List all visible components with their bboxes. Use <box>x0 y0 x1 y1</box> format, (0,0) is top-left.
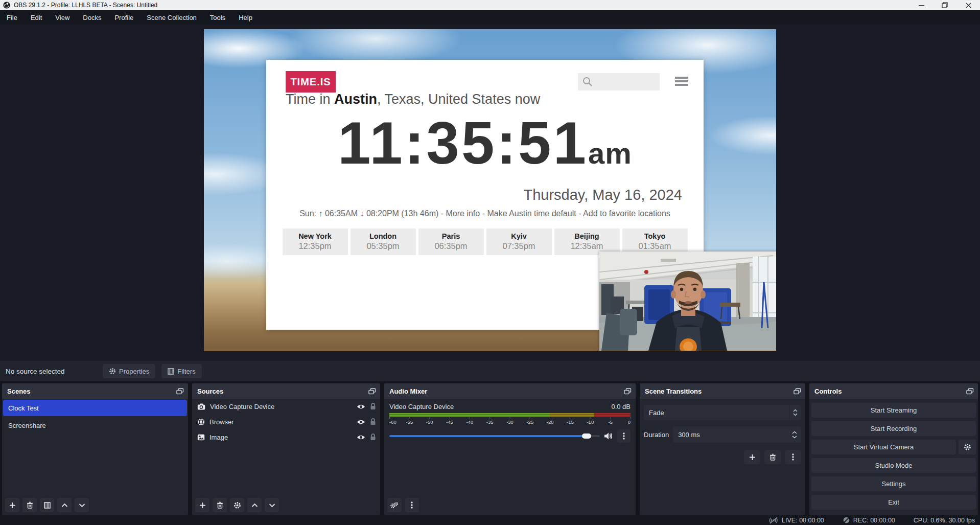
start-streaming-button[interactable]: Start Streaming <box>811 403 976 418</box>
move-source-up-button[interactable] <box>247 498 262 512</box>
remove-transition-button[interactable] <box>764 450 781 464</box>
popout-icon[interactable] <box>176 388 184 395</box>
search-icon <box>582 76 593 87</box>
scenes-toolbar <box>2 495 188 515</box>
make-default-link: Make Austin time default <box>487 209 576 218</box>
filters-button[interactable]: Filters <box>161 364 201 378</box>
timeis-logo: TIME.IS <box>286 71 336 93</box>
exit-button[interactable]: Exit <box>811 495 976 510</box>
minimize-icon <box>919 3 924 8</box>
status-bar: LIVE: 00:00:00 REC: 00:00:00 CPU: 0.6%, … <box>0 515 980 525</box>
timeis-search-box <box>578 73 660 90</box>
chevron-up-icon <box>793 409 798 412</box>
visibility-eye-icon[interactable] <box>357 419 365 425</box>
meter-scale: -60 -55 -50 -45 -40 -35 -30 -25 -20 -15 … <box>389 419 631 425</box>
menu-edit[interactable]: Edit <box>24 10 49 25</box>
timeis-sun-line: Sun: ↑ 06:35AM ↓ 08:20PM (13h 46m) - Mor… <box>266 209 704 218</box>
close-button[interactable] <box>956 0 980 10</box>
mixer-channel-name: Video Capture Device <box>389 403 454 410</box>
title-bar: OBS 29.1.2 - Profile: LLHLS BETA - Scene… <box>0 0 980 10</box>
lock-icon[interactable] <box>370 433 376 441</box>
move-source-down-button[interactable] <box>265 498 279 512</box>
popout-icon[interactable] <box>794 388 801 395</box>
visibility-eye-icon[interactable] <box>357 404 365 409</box>
transition-select[interactable]: Fade <box>644 405 801 420</box>
virtual-camera-settings-button[interactable] <box>959 440 976 454</box>
preview-area: TIME.IS Time in Austin, Texas, United St… <box>0 25 980 361</box>
scene-item-screenshare[interactable]: Screenshare <box>3 417 187 433</box>
program-canvas[interactable]: TIME.IS Time in Austin, Texas, United St… <box>204 29 776 351</box>
menu-file[interactable]: File <box>0 10 24 25</box>
trash-icon <box>27 501 33 509</box>
lock-icon[interactable] <box>370 418 376 425</box>
spin-up-icon[interactable] <box>792 431 797 434</box>
timeis-clock: 11:35:51am <box>266 111 704 176</box>
dock-row: Scenes Clock Test Screenshare <box>0 383 980 515</box>
webcam-source <box>599 252 776 351</box>
menu-help[interactable]: Help <box>232 10 259 25</box>
live-status: LIVE: 00:00:00 <box>768 517 824 524</box>
source-row-browser[interactable]: Browser <box>192 414 380 429</box>
filters-icon <box>168 368 174 375</box>
audio-mixer-header: Audio Mixer <box>384 383 636 399</box>
scene-item-clock-test[interactable]: Clock Test <box>3 400 187 416</box>
sources-toolbar <box>192 495 380 515</box>
menu-docks[interactable]: Docks <box>76 10 108 25</box>
duration-spinbox[interactable]: 300 ms <box>673 426 801 443</box>
visibility-eye-icon[interactable] <box>357 435 365 440</box>
source-row-image[interactable]: Image <box>192 429 380 445</box>
popout-icon[interactable] <box>368 388 376 395</box>
settings-button[interactable]: Settings <box>811 476 976 491</box>
add-transition-button[interactable] <box>744 450 760 464</box>
studio-mode-button[interactable]: Studio Mode <box>811 458 976 473</box>
city-card: Kyiv07:35pm <box>486 229 552 255</box>
gear-icon <box>964 443 971 451</box>
menu-bar: File Edit View Docks Profile Scene Colle… <box>0 10 980 25</box>
minimize-button[interactable] <box>909 0 933 10</box>
cpu-status: CPU: 0.6%, 30.00 fps <box>914 517 975 524</box>
remove-scene-button[interactable] <box>22 498 37 512</box>
volume-meter <box>389 413 631 419</box>
transition-menu-button[interactable] <box>785 450 801 464</box>
mixer-db-value: 0.0 dB <box>611 403 631 410</box>
mixer-channel-menu-button[interactable] <box>617 429 631 443</box>
trash-icon <box>217 501 223 509</box>
chevron-up-icon <box>251 503 258 508</box>
audio-mixer-panel: Audio Mixer Video Capture Device 0.0 dB … <box>384 383 636 515</box>
start-virtual-camera-button[interactable]: Start Virtual Camera <box>811 440 956 454</box>
audio-mixer-toolbar <box>384 495 636 515</box>
menu-tools[interactable]: Tools <box>203 10 232 25</box>
mixer-menu-button[interactable] <box>405 498 419 512</box>
globe-icon <box>197 418 205 426</box>
properties-button[interactable]: Properties <box>103 364 155 378</box>
trash-icon <box>769 453 776 461</box>
duration-label: Duration <box>644 431 669 439</box>
sources-panel: Sources Video Capture Device <box>192 383 380 515</box>
remove-source-button[interactable] <box>213 498 227 512</box>
popout-icon[interactable] <box>624 388 632 395</box>
add-source-button[interactable] <box>195 498 209 512</box>
start-recording-button[interactable]: Start Recording <box>811 421 976 436</box>
add-scene-button[interactable] <box>5 498 19 512</box>
move-scene-down-button[interactable] <box>75 498 89 512</box>
scene-transitions-header: Scene Transitions <box>640 383 805 399</box>
restore-button[interactable] <box>933 0 956 10</box>
menu-view[interactable]: View <box>49 10 76 25</box>
obs-logo-icon <box>3 2 10 9</box>
scene-transitions-body: Fade Duration 300 ms <box>640 399 805 515</box>
move-scene-up-button[interactable] <box>57 498 72 512</box>
chevron-down-icon <box>79 503 85 508</box>
speaker-icon[interactable] <box>604 432 613 440</box>
advanced-audio-button[interactable] <box>387 498 402 512</box>
popout-icon[interactable] <box>966 388 974 395</box>
lock-icon[interactable] <box>370 403 376 410</box>
scenes-panel: Scenes Clock Test Screenshare <box>2 383 188 515</box>
scene-filters-button[interactable] <box>40 498 54 512</box>
menu-profile[interactable]: Profile <box>108 10 140 25</box>
source-row-video-capture[interactable]: Video Capture Device <box>192 399 380 414</box>
volume-slider[interactable] <box>389 435 600 437</box>
spin-down-icon[interactable] <box>792 436 797 439</box>
source-properties-button[interactable] <box>230 498 244 512</box>
volume-slider-handle[interactable] <box>582 433 591 439</box>
menu-scene-collection[interactable]: Scene Collection <box>140 10 203 25</box>
